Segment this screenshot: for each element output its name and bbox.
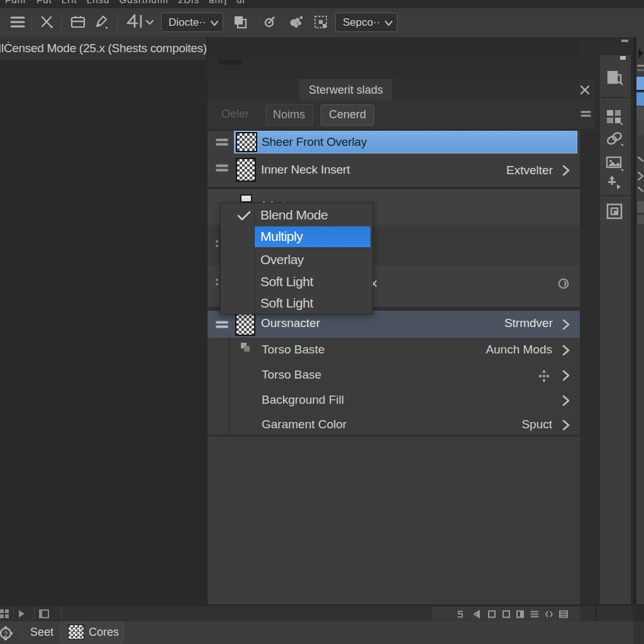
svg-text:2: 2: [4, 630, 8, 639]
